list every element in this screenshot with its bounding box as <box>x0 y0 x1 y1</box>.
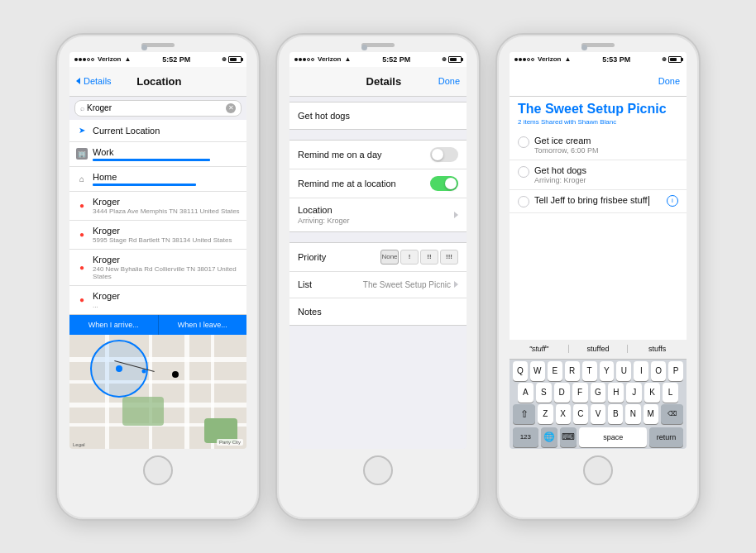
pin-icon-3: ● <box>76 261 88 273</box>
key-l[interactable]: L <box>663 383 678 403</box>
todo-circle-1[interactable] <box>518 136 529 148</box>
numbers-key[interactable]: 123 <box>513 427 538 447</box>
key-j[interactable]: J <box>626 383 642 403</box>
list-item-current[interactable]: ➤ Current Location <box>69 120 246 142</box>
todo-circle-3[interactable] <box>518 196 529 207</box>
suggestion-1[interactable]: "stuff" <box>510 345 569 353</box>
key-y[interactable]: Y <box>600 361 615 381</box>
status-bar-3: Verizon ▲ 5:53 PM ⊕ <box>510 52 687 67</box>
key-q[interactable]: Q <box>513 361 528 381</box>
todo-name-1: Get ice cream <box>534 136 678 145</box>
key-p[interactable]: P <box>668 361 683 381</box>
todo-circle-2[interactable] <box>518 166 529 178</box>
todo-item-3[interactable]: Tell Jeff to bring frisbee stuff i <box>510 190 687 213</box>
key-n[interactable]: N <box>625 404 640 424</box>
home-button-3[interactable] <box>583 455 613 485</box>
key-s[interactable]: S <box>536 383 552 403</box>
key-e[interactable]: E <box>548 361 562 381</box>
list-item-kroger-1[interactable]: ● Kroger 3444 Plaza Ave Memphis TN 38111… <box>69 192 246 221</box>
phone-2: Verizon ▲ 5:52 PM ⊕ Details Done Get hot <box>275 33 481 521</box>
key-z[interactable]: Z <box>538 404 553 424</box>
list-item-kroger-4[interactable]: ● Kroger ... <box>69 286 246 314</box>
todo-sub-2: Arriving: Kroger <box>534 176 678 184</box>
key-r[interactable]: R <box>565 361 580 381</box>
clear-icon[interactable]: ✕ <box>226 103 236 113</box>
list-item-work[interactable]: 🏢 Work <box>69 142 246 167</box>
chevron-right-icon-1 <box>454 212 458 218</box>
kroger-4-content: Kroger ... <box>93 291 240 309</box>
key-u[interactable]: U <box>616 361 631 381</box>
current-location-content: Current Location <box>93 126 240 136</box>
todo-item-2[interactable]: Get hot dogs Arriving: Kroger <box>510 160 687 190</box>
return-key[interactable]: return <box>649 427 683 447</box>
key-d[interactable]: D <box>554 383 570 403</box>
carrier-label-2: Verizon <box>318 55 341 63</box>
key-x[interactable]: X <box>556 404 571 424</box>
phone-3: Verizon ▲ 5:53 PM ⊕ Done The Sweet Setup… <box>495 33 701 521</box>
priority-none-btn[interactable]: None <box>380 250 399 265</box>
remind-location-toggle[interactable] <box>430 176 458 191</box>
arrive-leave-bar: When I arrive... When I leave... <box>69 315 246 335</box>
status-right-2: ⊕ <box>442 56 462 63</box>
toggle-knob-2 <box>445 178 457 189</box>
key-c[interactable]: C <box>573 404 588 424</box>
kroger-1-addr: 3444 Plaza Ave Memphis TN 38111 United S… <box>93 207 240 215</box>
globe-key[interactable]: 🌐 <box>541 427 557 447</box>
list-item-kroger-3[interactable]: ● Kroger 240 New Byhalia Rd Collierville… <box>69 250 246 286</box>
key-b[interactable]: B <box>608 404 623 424</box>
list-subtitle-label: 2 items Shared with Shawn Blanc <box>510 118 687 131</box>
notes-row[interactable]: Notes <box>289 298 467 325</box>
todo-content-2: Get hot dogs Arriving: Kroger <box>534 165 678 184</box>
key-m[interactable]: M <box>644 404 658 424</box>
priority-low-btn[interactable]: ! <box>400 250 419 265</box>
search-wrap[interactable]: ⌕ ✕ <box>74 100 242 117</box>
key-w[interactable]: W <box>530 361 545 381</box>
key-g[interactable]: G <box>591 383 606 403</box>
priority-med-btn[interactable]: !! <box>420 250 438 265</box>
done-button-3[interactable]: Done <box>658 76 680 86</box>
wifi-icon-3: ▲ <box>564 55 571 63</box>
suggestion-3[interactable]: stuffs <box>628 345 687 353</box>
bluetooth-icon-3: ⊕ <box>662 56 667 63</box>
key-h[interactable]: H <box>608 383 624 403</box>
done-button-2[interactable]: Done <box>438 76 460 86</box>
home-button-1[interactable] <box>143 455 173 485</box>
navigation-icon: ➤ <box>76 125 88 136</box>
battery-icon-3 <box>668 56 682 63</box>
key-t[interactable]: T <box>582 361 597 381</box>
todo-item-1[interactable]: Get ice cream Tomorrow, 6:00 PM <box>510 131 687 160</box>
list-row[interactable]: List The Sweet Setup Picnic <box>289 272 467 298</box>
status-left-3: Verizon ▲ <box>514 55 571 63</box>
back-label-1: Details <box>84 76 112 86</box>
list-item-home[interactable]: ⌂ Home <box>69 167 246 192</box>
key-o[interactable]: O <box>651 361 666 381</box>
delete-key[interactable]: ⌫ <box>661 404 683 424</box>
back-button-1[interactable]: Details <box>76 76 112 86</box>
search-input[interactable] <box>87 103 223 112</box>
list-item-kroger-2[interactable]: ● Kroger 5995 Stage Rd Bartlett TN 38134… <box>69 221 246 250</box>
home-button-2[interactable] <box>363 455 393 485</box>
key-k[interactable]: K <box>644 383 660 403</box>
remind-day-toggle[interactable] <box>430 147 458 162</box>
location-row[interactable]: Location Arriving: Kroger <box>289 198 467 231</box>
mic-key[interactable]: ⌨ <box>560 427 577 447</box>
leave-button[interactable]: When I leave... <box>159 315 247 335</box>
phone-1: Verizon ▲ 5:52 PM ⊕ Details Location <box>55 33 261 521</box>
key-v[interactable]: V <box>591 404 605 424</box>
info-icon[interactable]: i <box>667 195 678 207</box>
kroger-3-addr: 240 New Byhalia Rd Collierville TN 38017… <box>93 265 240 280</box>
key-a[interactable]: A <box>518 383 534 403</box>
shift-key[interactable]: ⇧ <box>513 404 535 424</box>
todo-sub-1: Tomorrow, 6:00 PM <box>534 146 678 155</box>
pin-icon-1: ● <box>76 200 88 212</box>
priority-high-btn[interactable]: !!! <box>440 250 458 265</box>
suggestion-2[interactable]: stuffed <box>569 345 629 353</box>
key-i[interactable]: I <box>634 361 648 381</box>
screen-1: Verizon ▲ 5:52 PM ⊕ Details Location <box>69 52 246 449</box>
list-label: List <box>298 279 363 289</box>
space-key[interactable]: space <box>579 427 647 447</box>
signal-icon-2 <box>294 58 314 61</box>
key-f[interactable]: F <box>572 383 588 403</box>
arrive-button[interactable]: When I arrive... <box>69 315 159 335</box>
kroger-3-content: Kroger 240 New Byhalia Rd Collierville T… <box>93 255 240 280</box>
